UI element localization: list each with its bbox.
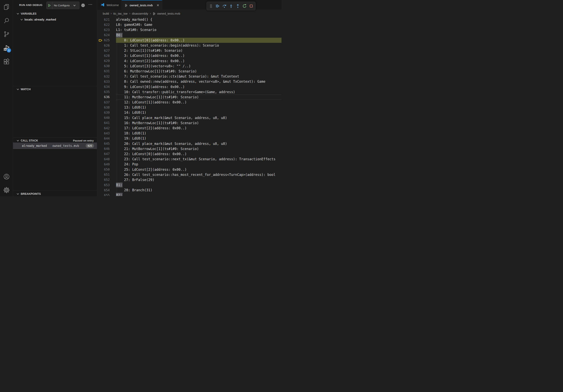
step-over-button[interactable] [221,2,228,10]
code-line-646[interactable]: 646 21: MutBorrowLoc[1](ts#1#0: Scenario… [97,146,282,151]
gutter[interactable]: 653 [97,182,110,187]
debug-config-dropdown[interactable]: No Configura [46,1,79,9]
gutter[interactable]: 646 [97,146,110,151]
code-line-637[interactable]: 637 12: LdConst[1](address: 0x00..) [97,100,282,105]
gutter[interactable]: 632 [97,74,110,79]
code-line-632[interactable]: 632 7: Call test_scenario::ctx(&mut Scen… [97,74,282,79]
code-line-652[interactable]: 652 27: BrFalse(29) [97,177,282,182]
close-icon[interactable] [156,4,159,7]
run-and-debug-icon[interactable]: 1 [3,45,10,52]
code-line-623[interactable]: 623L1: ts#1#0: Scenario [97,27,282,32]
gutter[interactable]: 649 [97,162,110,167]
gear-icon[interactable] [81,3,85,8]
code-line-625[interactable]: 625 0: LdConst[0](address: 0x00..) [97,38,282,43]
call-stack-frame[interactable]: already_markedowned_tests.mvb625 [13,143,97,149]
gutter[interactable]: 629 [97,58,110,64]
gutter[interactable]: 621 [97,17,110,22]
gutter[interactable]: 643 [97,131,110,136]
code-editor[interactable]: 621already_marked() {622L0: game#2#0: Ga… [97,17,282,196]
code-line-645[interactable]: 645 20: Call place_mark(&mut Scenario, a… [97,141,282,146]
gutter[interactable]: 628 [97,53,110,58]
gutter[interactable]: 626 [97,43,110,48]
start-debug-play-icon[interactable] [47,2,52,9]
code-line-631[interactable]: 631 6: MutBorrowLoc[1](ts#1#0: Scenario) [97,69,282,74]
gutter[interactable]: 655 [97,193,110,196]
toolbar-drag-handle[interactable] [207,2,214,10]
gutter[interactable]: 623 [97,27,110,32]
breadcrumb-item-owned_tests.mvb[interactable]: owned_tests.mvb [157,12,180,15]
tab-owned-tests-mvb[interactable]: owned_tests.mvb [122,0,162,10]
gutter[interactable]: 641 [97,120,110,126]
breadcrumb-item-build[interactable]: build [103,12,109,15]
code-line-642[interactable]: 642 17: LdConst[2](address: 0x00..) [97,126,282,131]
code-line-636[interactable]: 636 11: MutBorrowLoc[1](ts#1#0: Scenario… [97,94,282,100]
gutter[interactable]: 650 [97,167,110,172]
gutter[interactable]: 633 [97,79,110,84]
code-line-622[interactable]: 622L0: game#2#0: Game [97,22,282,27]
gutter[interactable]: 635 [97,89,110,94]
code-line-648[interactable]: 648 23: Call test_scenario::next_tx(&mut… [97,157,282,162]
code-line-628[interactable]: 628 3: LdConst[1](address: 0x00..) [97,53,282,58]
gutter[interactable]: 625 [97,38,110,43]
gutter[interactable]: 627 [97,48,110,53]
gutter[interactable]: 654 [97,187,110,193]
code-line-639[interactable]: 639 14: LdU8(1) [97,110,282,115]
source-control-icon[interactable] [3,31,10,38]
gutter[interactable]: 640 [97,115,110,120]
extensions-icon[interactable] [3,58,10,65]
gutter[interactable]: 638 [97,105,110,110]
gutter[interactable]: 651 [97,172,110,177]
gutter[interactable]: 647 [97,151,110,157]
code-line-644[interactable]: 644 19: LdU8(1) [97,136,282,141]
gutter[interactable]: 622 [97,22,110,27]
code-line-643[interactable]: 643 18: LdU8(1) [97,131,282,136]
step-into-button[interactable] [228,2,234,10]
code-line-649[interactable]: 649 24: Pop [97,162,282,167]
gutter[interactable]: 634 [97,84,110,89]
code-line-634[interactable]: 634 9: LdConst[0](address: 0x00..) [97,84,282,89]
breadcrumb-item-disassembly[interactable]: disassembly [132,12,148,15]
gutter[interactable]: 648 [97,157,110,162]
code-line-635[interactable]: 635 10: Call transfer::public_transfer<G… [97,89,282,94]
gutter[interactable]: 645 [97,141,110,146]
gutter[interactable]: 644 [97,136,110,141]
restart-button[interactable] [241,2,248,10]
gutter[interactable]: 642 [97,126,110,131]
gutter[interactable]: 637 [97,100,110,105]
settings-gear-icon[interactable] [3,187,10,194]
code-line-641[interactable]: 641 16: MutBorrowLoc[1](ts#1#0: Scenario… [97,120,282,126]
tab-welcome[interactable]: Welcome [97,0,122,10]
variables-section-header[interactable]: VARIABLES [13,11,97,16]
code-line-630[interactable]: 630 5: LdConst[3](vector<u8>: "" /..) [97,64,282,69]
code-line-651[interactable]: 651 26: Call test_scenario::has_most_rec… [97,172,282,177]
breadcrumb-item-tic_tac_toe[interactable]: tic_tac_toe [113,12,128,15]
code-line-647[interactable]: 647 22: LdConst[0](address: 0x00..) [97,151,282,157]
explorer-icon[interactable] [3,3,10,10]
more-actions-icon[interactable]: ⋯ [88,2,93,8]
search-icon[interactable] [3,17,10,24]
code-line-655[interactable]: 655B2: [97,193,282,196]
code-line-626[interactable]: 626 1: Call test_scenario::begin(address… [97,43,282,48]
account-icon[interactable] [3,173,10,180]
gutter[interactable]: 652 [97,177,110,182]
code-line-621[interactable]: 621already_marked() { [97,17,282,22]
code-line-653[interactable]: 653B1: [97,182,282,187]
gutter[interactable]: 631 [97,69,110,74]
code-line-640[interactable]: 640 15: Call place_mark(&mut Scenario, a… [97,115,282,120]
gutter[interactable]: 630 [97,64,110,69]
code-line-627[interactable]: 627 2: StLoc[1](ts#1#0: Scenario) [97,48,282,53]
call-stack-section-header[interactable]: CALL STACK Paused on entry [13,138,97,143]
gutter[interactable]: 639 [97,110,110,115]
gutter[interactable]: 624 [97,33,110,38]
continue-button[interactable] [214,2,221,10]
watch-section-header[interactable]: WATCH [13,87,97,91]
code-line-654[interactable]: 654 28: Branch(31) [97,187,282,193]
variables-scope-locals[interactable]: locals: already_marked [13,17,97,22]
code-line-638[interactable]: 638 13: LdU8(1) [97,105,282,110]
breakpoints-section-header[interactable]: BREAKPOINTS [13,191,97,196]
code-line-624[interactable]: 624B0: [97,33,282,38]
code-line-629[interactable]: 629 4: LdConst[2](address: 0x00..) [97,58,282,64]
stop-button[interactable] [248,2,255,10]
code-line-633[interactable]: 633 8: Call owned::new(address, address,… [97,79,282,84]
code-line-650[interactable]: 650 25: LdConst[2](address: 0x00..) [97,167,282,172]
